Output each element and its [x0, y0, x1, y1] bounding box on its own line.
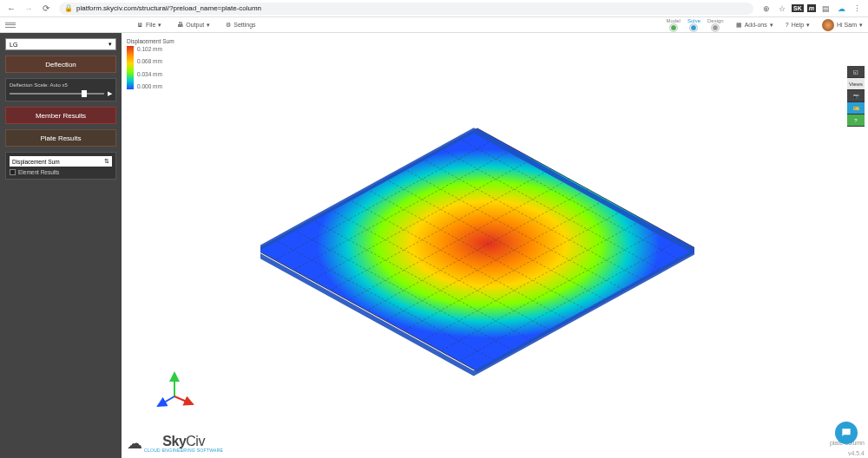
axis-gizmo: [153, 366, 196, 409]
ext-badge-2[interactable]: m: [807, 4, 816, 12]
legend-tick: 0.102 mm: [137, 46, 162, 52]
deflection-scale-slider[interactable]: [10, 93, 104, 95]
tool-ticket[interactable]: 🎫: [847, 102, 865, 114]
mode-switcher: Model Solve Design: [667, 18, 724, 31]
checkbox-icon: [10, 169, 16, 175]
element-results-check[interactable]: Element Results: [10, 169, 112, 175]
chat-button[interactable]: [835, 422, 858, 444]
cloud-icon: ☁: [127, 434, 142, 453]
gear-icon: ⚙: [226, 22, 231, 29]
panel-member-results[interactable]: Member Results: [5, 107, 116, 124]
right-toolbar: ◱ Views 📷 🎫 ?: [847, 66, 865, 127]
play-icon[interactable]: ▶: [108, 90, 112, 97]
output-icon: 🖶: [177, 22, 183, 28]
ext-icon-3[interactable]: ▤: [819, 3, 832, 15]
user-menu[interactable]: Hi Sam ▾: [822, 19, 863, 31]
back-icon[interactable]: ←: [5, 3, 17, 15]
load-group-select[interactable]: LG▾: [5, 38, 116, 50]
logo: ☁ SkyCiv CLOUD ENGINEERING SOFTWARE: [127, 434, 223, 453]
star-icon[interactable]: ☆: [776, 3, 788, 15]
menu-output[interactable]: 🖶Output ▾: [177, 22, 210, 29]
forward-icon[interactable]: →: [23, 3, 35, 15]
app-toolbar: 🗎File ▾ 🖶Output ▾ ⚙Settings Model Solve …: [0, 17, 868, 33]
tool-cube[interactable]: ◱: [847, 66, 865, 78]
chevron-down-icon: ▾: [207, 22, 210, 29]
sidebar: LG▾ Deflection Deflection Scale: Auto x5…: [0, 33, 122, 458]
tool-help[interactable]: ?: [847, 114, 865, 127]
menu-help[interactable]: ?Help ▾: [786, 22, 810, 29]
url-text: platform.skyciv.com/structural/?preload_…: [76, 4, 261, 12]
plate-result-controls: Displacement Sum⇅ Element Results: [5, 152, 116, 180]
menu-file[interactable]: 🗎File ▾: [137, 22, 161, 29]
mode-dot-icon: [670, 24, 677, 31]
mode-solve[interactable]: Solve: [687, 18, 700, 31]
menu-icon[interactable]: ⋮: [851, 3, 863, 15]
deflection-controls: Deflection Scale: Auto x5 ▶: [5, 78, 116, 101]
hamburger-icon[interactable]: [5, 20, 16, 30]
zoom-icon[interactable]: ⊕: [760, 3, 773, 15]
modules-icon: ▦: [736, 22, 742, 29]
menu-addons[interactable]: ▦Add-ons ▾: [736, 22, 773, 29]
result-type-select[interactable]: Displacement Sum⇅: [10, 156, 112, 167]
chevron-down-icon: ▾: [806, 22, 810, 29]
legend-gradient: [127, 46, 134, 89]
viewport-3d[interactable]: Displacement Sum 0.102 mm 0.068 mm 0.034…: [122, 33, 868, 458]
chevron-down-icon: ▾: [770, 22, 773, 29]
ext-icon-4[interactable]: ☁: [835, 3, 847, 15]
plate-contour: [260, 102, 694, 397]
mode-model[interactable]: Model: [667, 18, 681, 31]
chevron-down-icon: ▾: [108, 41, 112, 48]
legend-title: Displacement Sum: [127, 38, 174, 44]
mode-design[interactable]: Design: [707, 18, 724, 31]
tool-camera[interactable]: 📷: [847, 90, 865, 102]
slider-thumb[interactable]: [82, 90, 87, 97]
help-icon: ?: [786, 22, 789, 28]
panel-deflection[interactable]: Deflection: [5, 56, 116, 73]
legend-tick: 0.068 mm: [137, 58, 162, 64]
svg-line-25: [174, 396, 193, 404]
version-label: v4.5.4: [848, 450, 865, 456]
lock-icon: 🔒: [64, 4, 73, 12]
tool-views[interactable]: Views: [847, 78, 865, 90]
mode-dot-icon: [690, 24, 697, 31]
browser-chrome: ← → ⟳ 🔒 platform.skyciv.com/structural/?…: [0, 0, 868, 17]
svg-line-26: [158, 396, 174, 406]
file-icon: 🗎: [137, 22, 143, 28]
select-handle-icon: ⇅: [104, 158, 109, 165]
address-bar[interactable]: 🔒 platform.skyciv.com/structural/?preloa…: [59, 3, 753, 15]
reload-icon[interactable]: ⟳: [40, 3, 52, 15]
chevron-down-icon: ▾: [158, 22, 161, 29]
menu-settings[interactable]: ⚙Settings: [226, 22, 255, 29]
avatar: [822, 19, 834, 31]
legend-tick: 0.000 mm: [137, 83, 162, 89]
color-legend: Displacement Sum 0.102 mm 0.068 mm 0.034…: [127, 38, 174, 89]
ext-badge-1[interactable]: SK: [792, 4, 804, 12]
chevron-down-icon: ▾: [859, 22, 863, 29]
panel-plate-results[interactable]: Plate Results: [5, 129, 116, 147]
mode-dot-icon: [712, 24, 719, 31]
legend-tick: 0.034 mm: [137, 71, 162, 77]
